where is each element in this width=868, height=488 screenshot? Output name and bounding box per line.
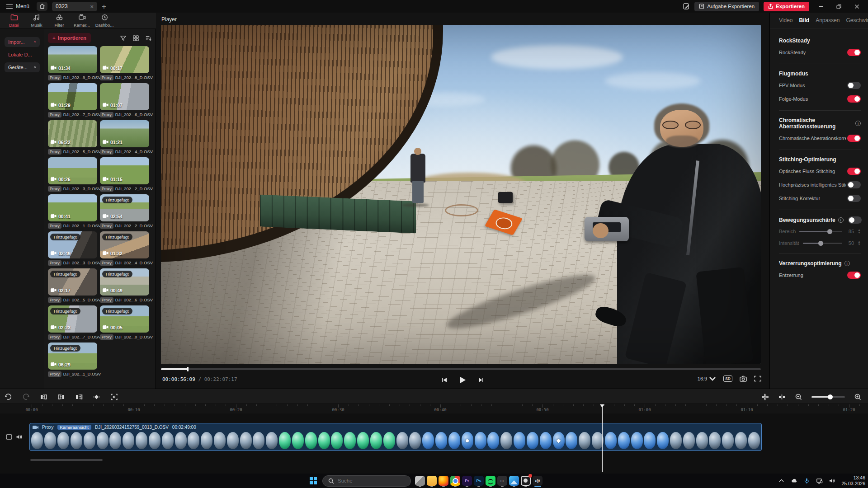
redo-button[interactable] <box>22 393 30 401</box>
network-display-icon[interactable] <box>816 478 823 484</box>
library-item[interactable]: Hinzugefügt02:54ProxyDJI_202...2_D.OSV <box>100 194 149 229</box>
onedrive-cloud-icon[interactable] <box>791 478 797 484</box>
library-item[interactable]: Hinzugefügt00:05ProxyDJI_202...0_D.OSV <box>100 305 149 340</box>
playhead[interactable] <box>602 404 603 472</box>
library-item[interactable]: 01:34ProxyDJI_202...9_D.OSV <box>48 46 97 80</box>
nav-tab-musik[interactable]: Musik <box>27 14 46 28</box>
rocksteady-toggle[interactable] <box>847 49 861 56</box>
taskbar-app-widgets[interactable]: ⋯ <box>496 474 508 488</box>
taskbar-search[interactable] <box>322 475 411 487</box>
library-thumbnail[interactable]: Hinzugefügt02:54 <box>100 194 149 221</box>
inspector-tab-video[interactable]: Video <box>779 17 793 23</box>
import-button[interactable]: + Importieren <box>48 33 91 43</box>
nav-tab-dashboard[interactable]: Dashbo... <box>95 14 114 28</box>
timeline-ruler[interactable]: 00:0000:1000:2000:3000:4000:5001:0001:10… <box>0 404 868 413</box>
library-thumbnail[interactable]: Hinzugefügt06:29 <box>48 343 97 370</box>
minimize-button[interactable] <box>814 0 827 13</box>
play-button[interactable] <box>459 376 466 384</box>
library-thumbnail[interactable]: 01:07 <box>100 83 149 110</box>
library-item[interactable]: Hinzugefügt02:49ProxyDJI_202...3_D.OSV <box>48 231 97 266</box>
tracking-target-button[interactable] <box>110 393 118 401</box>
zoom-slider-thumb[interactable] <box>828 394 833 399</box>
library-thumbnail[interactable]: Hinzugefügt00:05 <box>100 305 149 333</box>
library-item[interactable]: Hinzugefügt01:32ProxyDJI_202...4_D.OSV <box>100 231 149 266</box>
library-item[interactable]: 00:17ProxyDJI_202...8_D.OSV <box>100 46 149 80</box>
video-preview[interactable] <box>161 25 761 364</box>
taskbar-app-photos[interactable] <box>508 474 520 488</box>
speaker-icon[interactable] <box>829 478 835 484</box>
restore-button[interactable] <box>832 0 845 13</box>
library-item[interactable]: 06:22ProxyDJI_202...5_D.OSV <box>48 120 97 155</box>
library-item[interactable]: 01:21ProxyDJI_202...4_D.OSV <box>100 120 149 155</box>
nav-tab-filter[interactable]: Filter <box>50 14 69 28</box>
chromatische-aberrationskorrektur-toggle[interactable] <box>847 135 861 142</box>
library-thumbnail[interactable]: 01:21 <box>100 120 149 147</box>
close-button[interactable] <box>850 0 863 13</box>
previous-frame-button[interactable] <box>441 377 448 383</box>
library-thumbnail[interactable]: 01:29 <box>48 83 97 110</box>
sort-icon[interactable] <box>145 35 152 42</box>
menu-button[interactable]: Menü <box>4 2 32 11</box>
sidebar-item-0[interactable]: Impor...˄ <box>5 37 40 47</box>
library-item[interactable]: 00:26ProxyDJI_202...3_D.OSV <box>48 157 97 192</box>
library-item[interactable]: Hinzugefügt06:29ProxyDJI_202...1_D.OSV <box>48 343 97 377</box>
taskbar-clock[interactable]: 13:46 25.03.2026 <box>841 475 865 487</box>
align-clips-icon[interactable] <box>778 393 786 401</box>
taskbar-app-firefox[interactable] <box>438 474 449 488</box>
folge-modus-toggle[interactable] <box>847 95 861 103</box>
start-button[interactable] <box>307 475 319 487</box>
track-type-icon[interactable] <box>5 433 13 442</box>
library-thumbnail[interactable]: 01:15 <box>100 157 149 184</box>
inspector-tab-anpassen[interactable]: Anpassen <box>816 17 840 23</box>
project-tab[interactable]: 0323 × <box>52 2 97 11</box>
value-stepper[interactable]: ▲▼ <box>858 240 861 245</box>
slider-track[interactable] <box>799 231 842 232</box>
library-item[interactable]: Hinzugefügt02:17ProxyDJI_202...5_D.OSV <box>48 268 97 303</box>
library-item[interactable]: Hinzugefügt02:23ProxyDJI_202...7_D.OSV <box>48 305 97 340</box>
library-thumbnail[interactable]: Hinzugefügt02:23 <box>48 305 97 333</box>
grid-view-icon[interactable] <box>132 35 139 42</box>
undo-button[interactable] <box>5 393 12 401</box>
split-right-button[interactable] <box>57 393 65 401</box>
seek-bar[interactable] <box>161 368 761 370</box>
library-thumbnail[interactable]: Hinzugefügt00:49 <box>100 268 149 296</box>
zoom-out-icon[interactable] <box>795 393 802 401</box>
taskbar-app-file-explorer[interactable] <box>426 474 438 488</box>
sidebar-item-1[interactable]: Lokale D... <box>5 50 40 60</box>
inspector-tab-bild[interactable]: Bild <box>799 17 809 23</box>
slider[interactable]: 50▲▼ <box>803 240 861 246</box>
timeline-horizontal-scrollbar[interactable] <box>30 459 103 461</box>
library-item[interactable]: 01:15ProxyDJI_202...2_D.OSV <box>100 157 149 192</box>
info-icon[interactable]: i <box>838 217 844 223</box>
track-mute-icon[interactable] <box>15 433 23 442</box>
library-thumbnail[interactable]: Hinzugefügt02:49 <box>48 231 97 258</box>
library-thumbnail[interactable]: Hinzugefügt01:32 <box>100 231 149 258</box>
inspector-tab-geschwindig[interactable]: Geschwindig <box>846 17 868 23</box>
library-thumbnail[interactable]: Hinzugefügt02:17 <box>48 268 97 296</box>
library-thumbnail[interactable]: 00:26 <box>48 157 97 184</box>
fpv-modus-toggle[interactable] <box>847 82 861 89</box>
info-icon[interactable]: i <box>855 121 861 126</box>
taskbar-app-task-view[interactable] <box>414 474 426 488</box>
slider-thumb[interactable] <box>818 241 823 246</box>
taskbar-app-dji-studio[interactable]: dji <box>532 474 543 488</box>
apply-all-toggle[interactable] <box>848 216 862 224</box>
library-thumbnail[interactable]: 00:17 <box>100 46 149 73</box>
export-button[interactable]: Exportieren <box>764 2 809 11</box>
home-button[interactable] <box>37 2 47 11</box>
close-tab-icon[interactable]: × <box>90 4 94 9</box>
search-input[interactable] <box>338 478 392 483</box>
sidebar-item-2[interactable]: Geräte...˄ <box>5 62 40 72</box>
clip-view-chip[interactable]: Kameraansicht <box>57 425 91 430</box>
feedback-icon[interactable] <box>683 3 690 10</box>
magnetic-snap-icon[interactable] <box>761 393 769 401</box>
entzerrung-toggle[interactable] <box>847 272 861 279</box>
library-thumbnail[interactable]: 01:34 <box>48 46 97 73</box>
timeline-zoom-slider[interactable] <box>811 396 845 398</box>
timeline-clip[interactable]: Proxy Kameraansicht DJI_20260324152759_0… <box>29 423 762 451</box>
microphone-icon[interactable] <box>803 478 810 484</box>
library-thumbnail[interactable]: 00:41 <box>48 194 97 221</box>
split-both-button[interactable] <box>75 393 83 401</box>
aspect-ratio-dropdown[interactable]: 16:9 <box>698 375 716 382</box>
new-tab-button[interactable]: + <box>102 3 106 10</box>
